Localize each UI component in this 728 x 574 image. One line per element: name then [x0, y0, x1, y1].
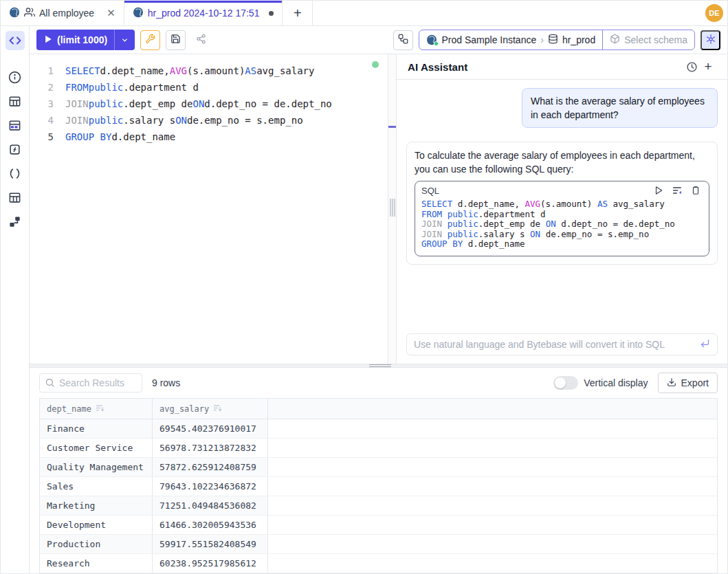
ai-natural-language-input[interactable] [414, 339, 700, 350]
cell-dept-name[interactable]: Development [40, 516, 153, 534]
sql-code-editor[interactable]: 1SELECT d.dept_name, AVG(s.amount) AS av… [30, 54, 388, 364]
cell-dept-name[interactable]: Quality Management [40, 458, 153, 476]
history-clock-icon[interactable] [683, 58, 700, 75]
cell-avg-salary[interactable]: 69545.402376910017 [153, 419, 268, 438]
tab-hr-prod[interactable]: hr_prod 2024-10-12 17:51 [124, 1, 283, 25]
search-results-box [39, 373, 142, 393]
database-name: hr_prod [562, 34, 595, 45]
ai-assistant-header: AI Assistant + [397, 54, 727, 80]
cell-avg-salary[interactable]: 56978.731213872832 [153, 439, 268, 457]
user-message-bubble: What is the average salary of employees … [522, 88, 718, 128]
cell-dept-name[interactable]: Sales [40, 477, 153, 496]
cell-avg-salary[interactable]: 71251.049484536082 [153, 496, 268, 515]
postgres-icon [426, 34, 437, 45]
save-icon [170, 34, 181, 46]
tab-bar: All employee ✕ hr_prod 2024-10-12 17:51 … [1, 1, 727, 26]
format-sql-button[interactable] [140, 30, 160, 50]
sidebar-item-procedures[interactable] [5, 164, 25, 183]
sidebar-item-schema-diagram[interactable] [5, 212, 25, 231]
sql-editor-app: All employee ✕ hr_prod 2024-10-12 17:51 … [0, 0, 728, 574]
cell-dept-name[interactable]: Marketing [40, 496, 153, 515]
table-row[interactable]: Finance69545.402376910017 [40, 419, 717, 439]
cell-avg-salary[interactable]: 61466.302005943536 [153, 516, 268, 534]
editor-toolbar: (limit 1000) [30, 26, 727, 54]
search-icon [45, 377, 55, 390]
divider-grip-icon [390, 199, 395, 217]
table-row[interactable]: Production59917.551582408549 [40, 535, 717, 554]
ai-input-container [406, 333, 718, 355]
users-icon [24, 7, 35, 20]
save-sheet-button[interactable] [166, 30, 186, 50]
info-icon [8, 71, 21, 84]
enter-key-icon [700, 338, 710, 351]
run-code-icon[interactable] [652, 184, 665, 197]
download-icon [667, 377, 676, 389]
export-button[interactable]: Export [658, 373, 718, 393]
ai-assistant-toggle-button[interactable] [701, 30, 720, 50]
instance-name: Prod Sample Instance [441, 34, 536, 45]
sort-icon [96, 404, 104, 415]
toggle-knob [555, 377, 566, 388]
tab-label: hr_prod 2024-10-12 17:51 [148, 8, 260, 19]
sidebar-item-info[interactable] [5, 67, 25, 87]
new-tab-plus-icon: + [294, 5, 302, 21]
table-row[interactable]: Marketing71251.049484536082 [40, 496, 717, 516]
cell-avg-salary[interactable]: 79643.102234636872 [153, 477, 268, 496]
schema-selector[interactable]: Select schema [602, 30, 694, 49]
sidebar-item-tables[interactable] [5, 91, 25, 111]
connection-picker: Prod Sample Instance › hr_prod Select sc… [419, 30, 695, 50]
cell-dept-name[interactable]: Customer Service [40, 439, 153, 457]
copy-code-icon[interactable] [689, 184, 703, 197]
column-label: avg_salary [159, 404, 209, 414]
tab-all-employee[interactable]: All employee ✕ [1, 1, 124, 25]
user-avatar[interactable]: DE [705, 4, 723, 22]
cube-icon [610, 34, 620, 46]
table-row[interactable]: Development61466.302005943536 [40, 516, 717, 535]
cell-avg-salary[interactable]: 59917.551582408549 [153, 535, 268, 553]
instance-database-selector[interactable]: Prod Sample Instance › hr_prod [419, 30, 602, 49]
code-block-lines: SELECT d.dept_name, AVG(s.amount) AS avg… [415, 197, 709, 256]
table-row[interactable]: Customer Service56978.731213872832 [40, 439, 717, 458]
play-icon [45, 34, 52, 45]
sidebar-item-functions[interactable] [5, 140, 25, 159]
wrench-icon [145, 34, 155, 46]
results-table: dept_name avg_salary [39, 398, 718, 573]
postgres-icon [133, 7, 144, 20]
cell-dept-name[interactable]: Production [40, 535, 153, 553]
close-tab-icon[interactable]: ✕ [107, 7, 115, 19]
divider-grip-icon [369, 364, 391, 367]
table-row[interactable]: Quality Management57872.625912408759 [40, 458, 717, 477]
insert-into-editor-icon[interactable] [670, 184, 684, 197]
table-row[interactable]: Sales79643.102234636872 [40, 477, 717, 496]
select-schema-label: Select schema [624, 34, 687, 45]
new-tab-button[interactable]: + [283, 1, 313, 25]
panel-resize-handle-horizontal[interactable] [30, 364, 727, 368]
vertical-display-toggle[interactable] [553, 376, 578, 390]
code-language-label: SQL [421, 186, 439, 196]
cell-avg-salary[interactable]: 57872.625912408759 [153, 458, 268, 476]
run-button-label: (limit 1000) [57, 34, 107, 45]
assistant-message-text: To calculate the average salary of emplo… [415, 148, 709, 176]
sidebar-item-sql-editor[interactable] [5, 31, 25, 50]
new-chat-plus-icon[interactable]: + [700, 58, 716, 75]
column-header-avg-salary[interactable]: avg_salary [153, 399, 268, 419]
column-header-dept-name[interactable]: dept_name [40, 399, 153, 419]
status-green-dot [434, 41, 439, 46]
sidebar-item-views[interactable] [5, 188, 25, 207]
run-options-chevron[interactable] [114, 30, 135, 50]
chevron-right-icon: › [540, 34, 544, 45]
openai-icon [705, 34, 716, 47]
sidebar-item-data[interactable] [5, 115, 25, 135]
column-label: dept_name [47, 404, 91, 414]
cell-dept-name[interactable]: Research [40, 554, 153, 573]
cell-avg-salary[interactable]: 60238.952517985612 [153, 554, 268, 573]
run-query-button[interactable]: (limit 1000) [36, 30, 135, 50]
table-row[interactable]: Research60238.952517985612 [40, 554, 717, 573]
share-sheet-button[interactable] [191, 30, 211, 50]
divider-indicator [388, 126, 396, 128]
export-label: Export [681, 377, 709, 388]
row-count-label: 9 rows [152, 377, 180, 388]
panel-resize-handle-vertical[interactable] [388, 54, 397, 364]
cell-dept-name[interactable]: Finance [40, 419, 153, 438]
schema-explorer-button[interactable] [393, 30, 413, 50]
